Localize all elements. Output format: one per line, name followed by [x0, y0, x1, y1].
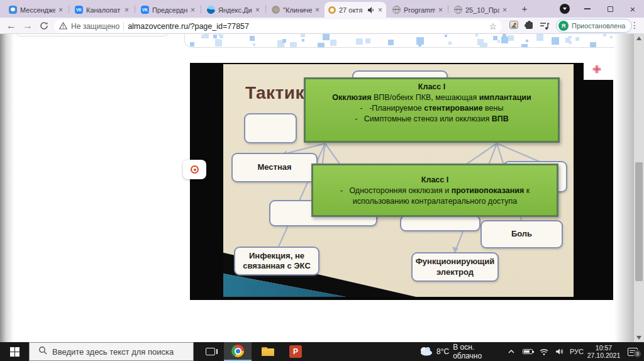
- taskbar-file-explorer[interactable]: [254, 342, 282, 361]
- tab-programm[interactable]: Programm_ ×: [389, 2, 447, 18]
- activity-pixel: [416, 37, 424, 45]
- battery-icon[interactable]: [519, 342, 536, 361]
- activity-pixel: [204, 34, 209, 38]
- media-controls-icon[interactable]: [540, 21, 550, 33]
- forward-button[interactable]: →: [20, 19, 35, 33]
- tab-close-icon[interactable]: ×: [191, 6, 195, 14]
- clock-time: 10:57: [596, 344, 612, 352]
- omnibox-divider: [123, 22, 124, 30]
- activity-pixel: [253, 43, 255, 46]
- tab-close-icon[interactable]: ×: [58, 6, 63, 14]
- security-label[interactable]: Не защищено: [71, 22, 119, 31]
- taskbar: P 8°С В осн. облачно РУС 10:57 27.10.202…: [0, 342, 644, 361]
- tab-close-icon[interactable]: ×: [255, 6, 260, 14]
- activity-pixel: [301, 34, 305, 37]
- activity-pixel: [358, 40, 363, 45]
- vk-icon: VK: [141, 6, 149, 14]
- tab-clinical[interactable]: "Клиничес ×: [268, 2, 323, 18]
- screenshot-extension-icon[interactable]: [509, 21, 518, 29]
- record-extension-button[interactable]: [183, 160, 206, 179]
- taskbar-chrome[interactable]: [224, 342, 252, 361]
- vk-icon: VK: [75, 6, 83, 14]
- scrollbar-up-arrow[interactable]: [636, 36, 641, 40]
- pink-sticker-icon[interactable]: [592, 64, 602, 77]
- windows-logo-icon: [10, 347, 19, 357]
- activity-pixel: [330, 40, 336, 46]
- activity-pixel: [250, 36, 255, 41]
- close-window-button[interactable]: ×: [621, 0, 644, 18]
- minimize-button[interactable]: [576, 0, 599, 18]
- weather-temp: 8°С: [436, 347, 449, 356]
- clock-date: 27.10.2021: [587, 352, 621, 359]
- tab-title: Мессендже: [20, 6, 55, 14]
- tab-messenger[interactable]: Мессендже ×: [5, 2, 67, 18]
- activity-pixel: [526, 40, 528, 42]
- activity-pixel: [603, 34, 606, 36]
- node-hidden-left: [244, 113, 297, 143]
- activity-pixel: [213, 35, 217, 38]
- tab-close-icon[interactable]: ×: [438, 6, 443, 14]
- green-box-line: - Симптомные стеноз или окклюзия ВПВ: [311, 114, 552, 125]
- scrollbar-thumb[interactable]: [635, 162, 643, 281]
- search-input[interactable]: [52, 347, 184, 357]
- tab-yandex-disk[interactable]: Яндекс.Дис ×: [203, 2, 264, 18]
- tab-title: Каналопат: [86, 6, 121, 14]
- browser-profile-button[interactable]: [560, 4, 570, 14]
- tab-audio-icon[interactable]: [367, 6, 375, 14]
- activity-pixel: [219, 35, 223, 38]
- tab-close-icon[interactable]: ×: [378, 6, 382, 14]
- scrollbar[interactable]: [634, 34, 644, 342]
- scrollbar-down-arrow[interactable]: [636, 336, 641, 340]
- action-center-button[interactable]: 3: [621, 342, 644, 361]
- task-view-button[interactable]: [196, 342, 224, 361]
- url-text[interactable]: almazovcentre.ru/?page_id=77857: [128, 22, 485, 31]
- folder-icon: [262, 347, 274, 356]
- taskbar-weather[interactable]: 8°С В осн. облачно: [418, 342, 501, 361]
- taskbar-powerpoint[interactable]: P: [282, 342, 309, 361]
- sync-paused-profile[interactable]: Я Приостановлена: [556, 19, 632, 33]
- extensions-puzzle-icon[interactable]: [526, 21, 533, 29]
- activity-pixel: [282, 39, 286, 43]
- node-infection: Инфекция, не связанная с ЭКС: [234, 247, 319, 275]
- taskbar-clock[interactable]: 10:57 27.10.2021: [586, 342, 621, 361]
- reload-button[interactable]: [36, 19, 52, 33]
- back-button[interactable]: ←: [4, 19, 19, 33]
- activity-pixel: [388, 40, 394, 45]
- volume-icon[interactable]: [552, 342, 567, 361]
- sync-status-label: Приостановлена: [572, 22, 625, 30]
- activity-pixel: [521, 44, 528, 48]
- tab-25-10[interactable]: 25_10_Пра ×: [450, 2, 511, 18]
- tab-separator: [201, 5, 201, 13]
- bookmark-star-icon[interactable]: ☆: [489, 21, 497, 31]
- browser-menu-icon[interactable]: ⋮: [630, 20, 639, 30]
- page-content: Тактика Местная Боль Инфекция, не связан…: [0, 34, 644, 342]
- tab-predserd[interactable]: VK Предсердн ×: [137, 2, 199, 18]
- maximize-button[interactable]: [599, 0, 621, 18]
- activity-pixel: [575, 37, 579, 41]
- language-indicator[interactable]: РУС: [567, 342, 586, 361]
- tab-title: 27 октя: [339, 6, 364, 14]
- tab-close-icon[interactable]: ×: [315, 6, 319, 14]
- new-tab-button[interactable]: +: [518, 3, 531, 14]
- wifi-icon[interactable]: [536, 342, 552, 361]
- notification-icon: 3: [628, 348, 638, 356]
- upper-card-left: [14, 34, 170, 36]
- tab-strip: Мессендже × VK Каналопат × VK Предсердн …: [0, 0, 644, 18]
- activity-pixel: [508, 35, 514, 41]
- activity-pixel: [552, 37, 559, 45]
- activity-pixel: [302, 39, 304, 42]
- tray-overflow-chevron[interactable]: [503, 342, 519, 361]
- tab-kanalopat[interactable]: VK Каналопат ×: [71, 2, 133, 18]
- tab-close-icon[interactable]: ×: [502, 6, 507, 14]
- start-button[interactable]: [0, 342, 29, 361]
- page-right-shadow: [614, 34, 634, 342]
- tab-active-27-oct[interactable]: 27 октя ×: [325, 2, 386, 18]
- green-box-line: - Односторонняя окклюзия и противопоказа…: [319, 186, 551, 196]
- slide-canvas: Тактика Местная Боль Инфекция, не связан…: [223, 64, 574, 297]
- taskbar-search[interactable]: [29, 342, 194, 361]
- address-bar[interactable]: Не защищено almazovcentre.ru/?page_id=77…: [54, 19, 502, 33]
- green-box-line: Окклюзия ВПВ/обеих ПКВ, мешающая имплант…: [311, 92, 552, 103]
- node-local: Местная: [231, 153, 318, 182]
- node-pain: Боль: [480, 220, 563, 248]
- tab-close-icon[interactable]: ×: [125, 6, 129, 14]
